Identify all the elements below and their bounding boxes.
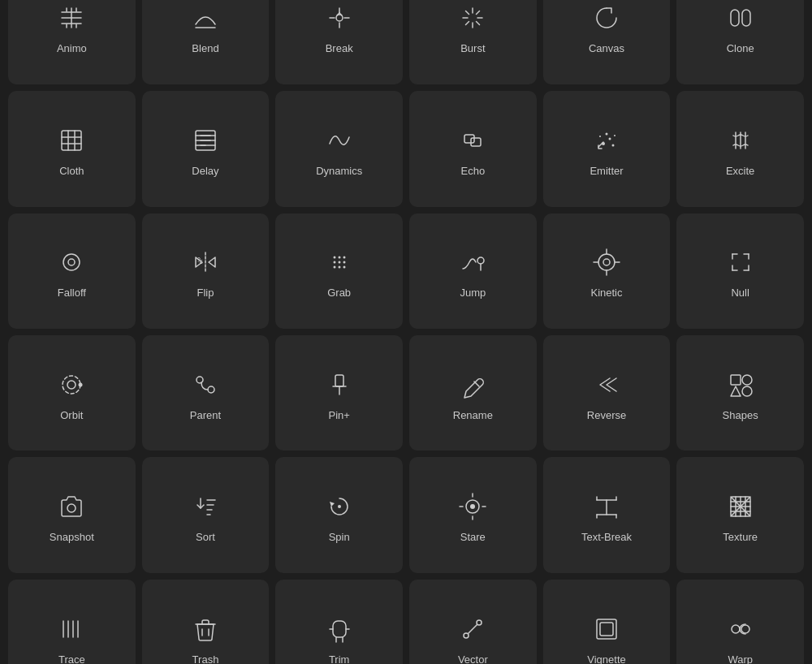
svg-rect-114 [333,621,346,637]
svg-point-77 [742,375,752,385]
cell-trash[interactable]: Trash [142,580,270,664]
cell-warp[interactable]: Warp [676,580,804,664]
cell-reverse[interactable]: Reverse [543,335,671,451]
cell-dynamics[interactable]: Dynamics [275,91,403,206]
jump-icon [455,244,490,280]
cell-stare[interactable]: Stare [409,457,537,572]
cell-vignette[interactable]: Vignette [543,580,671,664]
trace-icon [54,611,89,647]
null-label: Null [731,287,749,299]
svg-line-22 [466,22,469,25]
cell-clone[interactable]: Clone [676,0,804,84]
cell-rename[interactable]: Rename [409,335,537,451]
svg-point-122 [732,625,740,633]
svg-point-55 [343,257,345,259]
trash-label: Trash [192,653,219,664]
svg-point-61 [598,254,615,270]
cell-cloth[interactable]: Cloth [8,91,136,206]
svg-point-52 [343,261,345,264]
clone-label: Clone [727,42,754,54]
cell-trace[interactable]: Trace [8,580,136,664]
shapes-label: Shapes [723,409,758,421]
cell-textbreak[interactable]: Text-Break [543,457,671,572]
cell-blend[interactable]: Blend [142,0,270,84]
break-label: Break [326,42,353,54]
svg-point-53 [333,257,335,259]
cell-pinplus[interactable]: Pin+ [275,335,403,451]
textbreak-icon [589,489,624,524]
orbit-label: Orbit [60,409,83,421]
vignette-label: Vignette [587,653,625,664]
pinplus-label: Pin+ [328,409,349,421]
svg-rect-25 [742,10,750,26]
svg-point-68 [63,376,80,394]
textbreak-label: Text-Break [581,531,632,543]
trace-label: Trace [58,653,85,664]
kinetic-label: Kinetic [590,287,622,299]
svg-point-41 [608,137,611,140]
cell-null[interactable]: Null [676,213,804,329]
svg-rect-26 [62,131,81,150]
svg-point-78 [742,386,752,396]
rename-icon [455,367,490,403]
cell-kinetic[interactable]: Kinetic [543,213,671,329]
cell-parent[interactable]: Parent [142,335,270,451]
svg-rect-38 [464,135,474,143]
svg-point-58 [343,266,345,269]
cell-animo[interactable]: Animo [8,0,136,84]
dynamics-label: Dynamics [316,165,362,177]
shapes-icon [723,367,758,403]
svg-point-46 [63,254,80,270]
svg-point-62 [603,259,610,265]
parent-label: Parent [190,409,221,421]
clone-icon [723,0,758,36]
cell-flip[interactable]: % Flip [142,213,270,329]
cell-jump[interactable]: Jump [409,213,537,329]
svg-point-79 [67,504,76,512]
cell-emitter[interactable]: Emitter [543,91,671,206]
orbit-icon [54,367,89,403]
svg-line-21 [477,11,480,15]
svg-point-43 [605,132,607,135]
burst-label: Burst [460,42,485,54]
flip-icon: % [188,244,223,280]
excite-icon [723,123,758,158]
cell-spin[interactable]: Spin [275,457,403,572]
blend-icon [188,0,223,36]
cell-excite[interactable]: Excite [676,91,804,206]
cell-trim[interactable]: Trim [275,580,403,664]
break-icon [322,0,357,36]
parent-icon [188,367,223,403]
sort-label: Sort [196,531,215,543]
delay-label: Delay [192,165,218,177]
cell-orbit[interactable]: Orbit [8,335,136,451]
svg-rect-76 [731,375,741,385]
vector-icon [455,611,490,647]
warp-label: Warp [728,653,753,664]
spin-icon [322,489,357,524]
cell-grab[interactable]: Grab [275,213,403,329]
cell-burst[interactable]: Burst [409,0,537,84]
svg-point-57 [338,266,340,269]
svg-rect-72 [335,375,343,386]
svg-line-119 [469,624,477,633]
cell-delay[interactable]: Delay [142,91,270,206]
svg-point-69 [79,382,83,386]
svg-point-123 [741,625,749,633]
cell-canvas[interactable]: Canvas [543,0,671,84]
null-icon [723,244,758,280]
cell-snapshot[interactable]: Snapshot [8,457,136,572]
cell-echo[interactable]: Echo [409,91,537,206]
svg-point-86 [470,504,475,509]
canvas-icon [589,0,624,36]
cell-falloff[interactable]: Falloff [8,213,136,329]
cell-texture[interactable]: Texture [676,457,804,572]
cell-sort[interactable]: Sort [142,457,270,572]
grab-label: Grab [327,287,351,299]
burst-icon [455,0,490,36]
svg-rect-39 [471,138,481,146]
cell-break[interactable]: Break [275,0,403,84]
cell-vector[interactable]: Vector [409,580,537,664]
cell-shapes[interactable]: Shapes [676,335,804,451]
reverse-icon [589,367,624,403]
